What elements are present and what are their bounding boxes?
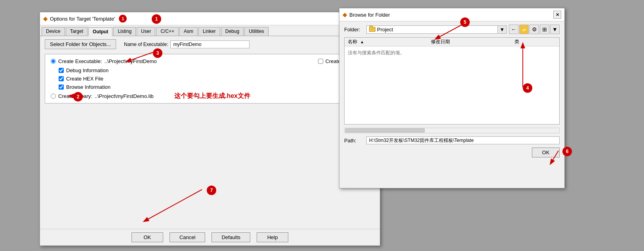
debug-info-row: Debug Information — [59, 67, 369, 73]
file-table: 名称 ▲ 修改日期 类 没有与搜索条件匹配的项。 — [344, 37, 560, 125]
annotation-circle-4: 4 — [523, 83, 532, 93]
defaults-button[interactable]: Defaults — [211, 232, 250, 242]
scrollbar-thumb[interactable] — [345, 128, 425, 132]
browse-toolbar-icons: ← 📁 ⚙ ⊞ ▼ — [509, 25, 560, 34]
view-icon[interactable]: ⊞ — [540, 25, 549, 34]
dropdown-icon[interactable]: ▼ — [550, 25, 560, 34]
annotation-circle-7: 7 — [207, 186, 216, 195]
annotation-circle-3: 3 — [153, 48, 162, 58]
create-hex-checkbox[interactable] — [59, 76, 64, 81]
file-table-header: 名称 ▲ 修改日期 类 — [345, 38, 559, 46]
tab-device[interactable]: Device — [42, 27, 65, 36]
tab-listing[interactable]: Listing — [113, 27, 136, 36]
annotation-circle-2: 2 — [73, 92, 83, 102]
browse-dialog: ◆ Browse for Folder ✕ Folder: Project ▼ … — [339, 8, 565, 188]
folder-dropdown-container: Project ▼ — [366, 25, 507, 34]
create-library-path: ..\Project\myFirstDemo.lib — [95, 93, 154, 99]
options-dialog: ◆ Options for Target 'Template' 1 ✕ Devi… — [40, 12, 380, 246]
debug-info-checkbox[interactable] — [59, 68, 64, 73]
name-executable-label: Name of Executable: — [124, 42, 168, 47]
tab-target[interactable]: Target — [66, 27, 88, 36]
new-folder-icon[interactable]: 📁 — [519, 25, 529, 34]
file-table-body: 没有与搜索条件匹配的项。 — [345, 46, 559, 59]
col-type: 类 — [514, 38, 556, 45]
name-executable-input[interactable] — [170, 40, 250, 48]
folder-row: Folder: Project ▼ ← 📁 ⚙ ⊞ ▼ — [344, 25, 560, 34]
folder-label: Folder: — [344, 27, 364, 33]
options-tab-bar: Device Target Output Listing User C/C++ … — [40, 25, 380, 36]
horizontal-scrollbar[interactable] — [344, 128, 560, 133]
browse-dialog-title: Browse for Folder — [349, 12, 390, 18]
browse-info-row: Browse Information — [59, 84, 369, 90]
select-folder-row: Select Folder for Objects... Name of Exe… — [45, 39, 375, 49]
tab-cpp[interactable]: C/C++ — [156, 27, 179, 36]
annotation-1: 1 — [119, 15, 127, 23]
tab-output[interactable]: Output — [88, 27, 112, 36]
create-executable-radio[interactable] — [51, 59, 56, 64]
options-dialog-title: Options for Target 'Template' — [50, 16, 115, 22]
path-input[interactable] — [366, 136, 560, 144]
back-icon[interactable]: ← — [509, 25, 518, 34]
create-hex-row: Create HEX File — [59, 76, 369, 82]
help-button[interactable]: Help — [257, 232, 288, 242]
col-name: 名称 ▲ — [348, 38, 431, 45]
cancel-button[interactable]: Cancel — [170, 232, 205, 242]
folder-icon — [369, 27, 375, 32]
folder-dropdown-arrow[interactable]: ▼ — [497, 26, 506, 33]
tab-debug[interactable]: Debug — [221, 27, 244, 36]
settings-icon[interactable]: ⚙ — [530, 25, 539, 34]
browse-app-icon: ◆ — [343, 11, 347, 18]
name-executable-row: Name of Executable: — [124, 40, 250, 48]
col-date: 修改日期 — [431, 38, 514, 45]
browse-ok-button[interactable]: OK — [532, 148, 560, 157]
browse-close-button[interactable]: ✕ — [553, 11, 561, 19]
browse-title-bar: ◆ Browse for Folder ✕ — [339, 8, 564, 21]
browse-info-label: Browse Information — [66, 84, 111, 90]
chinese-annotation-text: 这个要勾上要生成.hex文件 — [174, 92, 250, 100]
path-row: Path: — [344, 136, 560, 144]
create-executable-path: ..\Project\myFirstDemo — [105, 58, 157, 64]
tab-linker[interactable]: Linker — [198, 27, 220, 36]
create-library-radio[interactable] — [51, 94, 56, 99]
path-label: Path: — [344, 138, 364, 144]
tab-utilities[interactable]: Utilities — [244, 27, 269, 36]
create-batch-checkbox[interactable] — [318, 59, 323, 64]
create-executable-label: Create Executable: — [58, 58, 102, 64]
annotation-circle-1: 1 — [152, 14, 161, 24]
annotation-circle-6: 6 — [562, 147, 572, 156]
folder-value: Project — [377, 27, 393, 33]
debug-info-label: Debug Information — [66, 67, 109, 73]
select-folder-button[interactable]: Select Folder for Objects... — [45, 39, 116, 49]
ok-button[interactable]: OK — [131, 232, 163, 242]
browse-info-checkbox[interactable] — [59, 84, 64, 90]
tab-asm[interactable]: Asm — [179, 27, 198, 36]
options-title-bar: ◆ Options for Target 'Template' 1 ✕ — [40, 12, 380, 25]
options-footer: OK Cancel Defaults Help — [40, 229, 380, 245]
tab-user[interactable]: User — [137, 27, 155, 36]
no-results-text: 没有与搜索条件匹配的项。 — [348, 50, 405, 56]
keil-app-icon: ◆ — [43, 15, 48, 22]
browse-ok-row: OK — [344, 148, 560, 157]
annotation-circle-5: 5 — [460, 17, 470, 27]
folder-value-display: Project — [367, 26, 497, 33]
create-hex-label: Create HEX File — [66, 76, 103, 82]
create-executable-row: Create Executable: ..\Project\myFirstDem… — [51, 58, 369, 64]
